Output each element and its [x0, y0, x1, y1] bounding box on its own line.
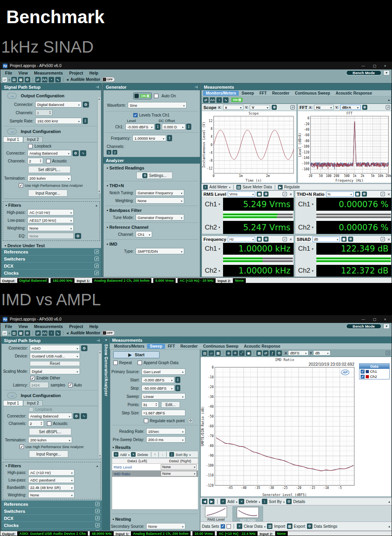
sweep-stop-spinner[interactable] [175, 385, 180, 391]
menu-measurements[interactable]: Measurements [34, 324, 63, 329]
settings-button[interactable]: Settings... [136, 172, 172, 179]
tab-recorder[interactable]: Recorder [178, 344, 200, 349]
ch1-level-select[interactable]: -0.000 dBFS [125, 124, 154, 130]
fft-gear-icon[interactable] [362, 105, 367, 110]
output-connector-gear-icon[interactable] [83, 102, 89, 108]
sinad-ch2-selector[interactable]: Ch2▾ [295, 265, 316, 277]
fft-x-select[interactable]: Hz [314, 105, 334, 110]
meter-close-icon[interactable] [388, 237, 390, 242]
menu-view[interactable]: View [18, 324, 28, 329]
export-button[interactable]: Export [294, 524, 305, 529]
imd-header[interactable]: IMD [107, 242, 200, 246]
monitor-icon[interactable]: ◔ [49, 330, 54, 336]
highpass-select[interactable]: AC (<10 Hz) [27, 209, 74, 215]
input-connector-gear-icon[interactable] [73, 150, 79, 156]
tab-input1[interactable]: Input 1 [3, 400, 23, 406]
copy-graph-icon[interactable]: ▱ [209, 350, 214, 356]
delete-result-button[interactable]: Delete [246, 500, 257, 504]
maximize-icon[interactable]: ▢ [373, 317, 376, 321]
audible-monitor-toggle[interactable]: OFF [102, 330, 115, 335]
legend-ch2[interactable]: Ch2 [359, 374, 389, 379]
meter-close-icon[interactable] [290, 237, 292, 242]
menu-measurements[interactable]: Measurements [34, 71, 63, 75]
scrollbar[interactable]: ▲▼ [98, 351, 102, 458]
accordion-clocks[interactable]: Clocks [2, 521, 102, 529]
ch1-visible-checkbox[interactable] [361, 370, 365, 374]
naming-icon[interactable]: AA [42, 77, 47, 82]
add-result-icon[interactable]: + [220, 499, 226, 504]
freq-unit-select[interactable]: Hz [228, 237, 255, 242]
sinad-unit-select[interactable]: dB [312, 237, 340, 242]
bench-mode-button[interactable]: Bench Mode [346, 324, 381, 329]
ch1-dc-spinner[interactable] [186, 124, 191, 130]
graph-x-select[interactable]: dBFS [288, 350, 309, 356]
result-row-rms[interactable]: RMS LevelNone [112, 464, 198, 470]
input-connector-select[interactable]: Analog Balanced [28, 413, 72, 419]
tab-recorder[interactable]: Recorder [269, 91, 292, 96]
accordion-dcx[interactable]: DCX [2, 514, 102, 521]
levels-track-checkbox[interactable] [133, 113, 138, 117]
input-channels-stepper[interactable]: 2▲▼ [27, 158, 43, 164]
fft-popout-icon[interactable] [386, 105, 390, 109]
accordion-references[interactable]: References [2, 248, 101, 255]
input-mode-icon[interactable]: ∿ [80, 150, 86, 156]
thumbnail-imd-selected[interactable]: IMD Ratio [232, 506, 263, 523]
accordion-dcx[interactable]: DCX [2, 262, 101, 269]
menu-help[interactable]: Help [89, 324, 98, 329]
legend-ch1[interactable]: Ch1 [359, 369, 389, 374]
regulate-gear-icon[interactable]: ⚙ [188, 418, 193, 423]
scope-y-select[interactable]: V [250, 105, 270, 110]
output-channels-stepper[interactable]: 2▲▼ [35, 109, 53, 116]
results-delete-button[interactable]: Delete [137, 452, 148, 457]
naming-icon[interactable]: AA [42, 330, 47, 336]
pin-icon[interactable]: ⊣ [96, 339, 100, 343]
show-generator-strip[interactable]: ▾ Show Generator/Analyzer [103, 337, 109, 531]
settings-icon[interactable]: ⚙ [25, 77, 30, 82]
clear-data-icon[interactable]: × [237, 523, 242, 529]
sweep-start-select[interactable]: -0.000 dBFS [142, 377, 174, 383]
results-delete-icon[interactable]: × [131, 452, 136, 457]
tab-fft[interactable]: FFT [257, 91, 269, 96]
input-range-button[interactable]: Input Range... [29, 450, 68, 458]
collapse-icon[interactable]: ▴ [388, 500, 390, 503]
dut-header[interactable]: Device Under Test [5, 243, 101, 248]
repeat-checkbox[interactable] [113, 361, 118, 365]
bench-mode-icon[interactable]: ▾ [383, 70, 390, 75]
tab-sweep[interactable]: Sweep [239, 91, 257, 96]
new-file-dropdown-icon[interactable] [9, 331, 10, 335]
settings-icon[interactable]: ⚙ [25, 330, 30, 336]
weighting-select[interactable]: None [28, 492, 74, 498]
signal-path-icon[interactable]: ⇄ [35, 330, 41, 336]
clear-data-button[interactable]: Clear Data [244, 524, 263, 529]
acoustic-checkbox[interactable] [46, 159, 51, 163]
tab-acoustic-response[interactable]: Acoustic Response [333, 91, 375, 96]
meter-gear-icon[interactable] [362, 191, 367, 197]
imd-graph-area[interactable]: IMD Ratio 2022/10/19 23:03:02.692 -45-40… [200, 357, 392, 497]
export-icon[interactable]: ▦ [287, 523, 292, 529]
graph-y-select[interactable]: dB [313, 350, 330, 356]
menu-view[interactable]: View [18, 71, 28, 75]
hps-checkbox[interactable] [20, 445, 24, 449]
ch2-visible-checkbox[interactable] [361, 375, 365, 379]
popout-icon[interactable] [95, 509, 100, 513]
data-settings-button[interactable]: Data Settings [314, 524, 338, 529]
sinad-ch1-selector[interactable]: Ch1▾ [295, 243, 316, 255]
sort-results-button[interactable]: Sort By [269, 500, 282, 504]
meter-bar-icon[interactable]: ▦ [355, 191, 360, 197]
latency-field[interactable]: 2424 [30, 382, 49, 388]
open-icon[interactable]: ▤ [11, 77, 17, 82]
new-file-icon[interactable]: ▱ [2, 330, 7, 336]
open-icon[interactable]: ▤ [11, 330, 17, 336]
notch-tuning-select[interactable]: Generator Frequency [136, 190, 184, 196]
termination-select[interactable]: 200 kohm [28, 437, 72, 443]
rms-ch2-selector[interactable]: Ch2▾ [202, 221, 223, 234]
tab-sweep[interactable]: Sweep [147, 344, 165, 349]
thdn-unit-select[interactable]: % [326, 191, 354, 197]
regulate-button[interactable]: Regulate [284, 185, 300, 189]
meters-aa-icon[interactable]: AA [210, 97, 215, 103]
menu-project[interactable]: Project [69, 71, 83, 75]
popout-icon[interactable] [95, 502, 100, 506]
thumbnail-rms[interactable]: RMS Level [205, 506, 227, 521]
meter-bar-icon[interactable]: ▦ [341, 237, 347, 242]
scope-x-select[interactable]: s [223, 105, 243, 110]
